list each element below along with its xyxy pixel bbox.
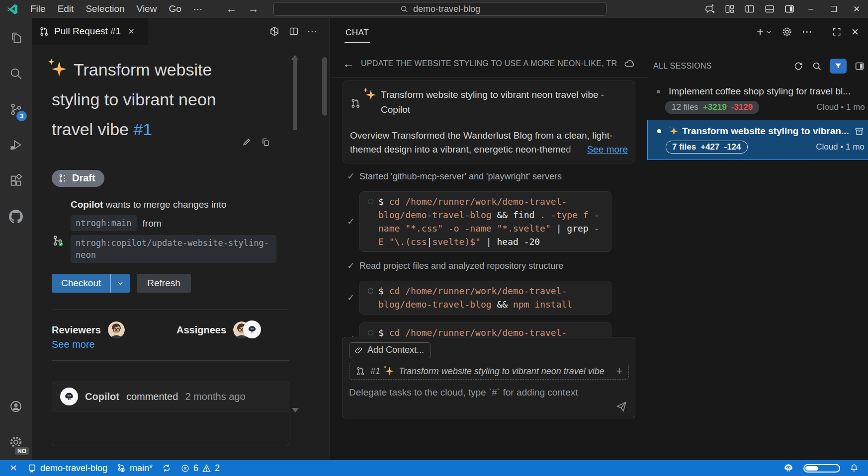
openai-icon[interactable] [268, 25, 280, 37]
checkout-dropdown-icon[interactable] [110, 274, 130, 293]
progress-indicator [803, 464, 840, 473]
search-view-icon[interactable] [4, 62, 28, 85]
cloud-icon [623, 58, 635, 70]
see-more-link[interactable]: See more [52, 339, 95, 350]
account-icon[interactable] [4, 395, 28, 418]
sparkles-icon [670, 127, 678, 136]
copilot-status-icon[interactable] [782, 462, 794, 474]
editor-scrollbar[interactable] [291, 47, 299, 412]
menu-edit[interactable]: Edit [52, 2, 80, 16]
chat-scrollbar-thumb[interactable] [322, 57, 327, 116]
pull-request-icon [350, 89, 361, 117]
message-card-title: Transform website styling to vibrant neo… [381, 87, 622, 117]
menu-view[interactable]: View [131, 2, 163, 16]
chat-input-placeholder[interactable]: Delegate tasks to the cloud, type `#` fo… [349, 387, 629, 398]
reviewer-avatar[interactable] [108, 321, 125, 338]
new-chat-button[interactable]: + [757, 27, 772, 37]
toggle-panel-icon[interactable] [760, 0, 780, 18]
github-icon[interactable] [4, 205, 28, 229]
see-more-link[interactable]: See more [563, 143, 628, 157]
diff-badge: 7 files +427 -124 [666, 141, 748, 154]
pr-author: Copilot [71, 199, 103, 210]
pr-number-link[interactable]: #1 [133, 120, 152, 139]
chat-input-box[interactable]: Add Context... #1 Transform website styl… [343, 337, 635, 418]
forward-arrow-icon[interactable]: → [248, 2, 259, 15]
toggle-panel-layout-icon[interactable] [854, 61, 865, 72]
refresh-button[interactable]: Refresh [137, 274, 191, 293]
remote-indicator[interactable] [4, 460, 23, 476]
chat-settings-gear-icon[interactable] [781, 26, 792, 37]
check-icon: ✓ [347, 260, 356, 272]
toggle-sidebar-left-icon[interactable] [740, 0, 760, 18]
status-bar: demo-travel-blog main* 6 2 [0, 460, 868, 476]
base-branch-chip[interactable]: ntrogh:main [71, 215, 137, 231]
terminal-command-block[interactable]: $ cd /home/runner/work/demo-travel-blog/… [359, 281, 611, 315]
sync-indicator[interactable] [157, 460, 176, 476]
editor-group: Pull Request #1 ✕ ⋯ Transform website st… [32, 18, 329, 460]
explorer-icon[interactable] [4, 26, 28, 50]
sessions-view: ALL SESSIONS [647, 46, 868, 460]
sync-icon [162, 463, 172, 473]
head-branch-chip[interactable]: ntrogh:copilot/update-website-styling-ne… [71, 235, 276, 263]
problems-indicator[interactable]: 6 2 [176, 460, 224, 476]
layout-customize-icon[interactable] [720, 0, 740, 18]
pull-request-icon [39, 26, 49, 37]
toggle-sidebar-right-icon[interactable] [780, 0, 799, 18]
scrollbar-thumb[interactable] [293, 57, 297, 130]
context-chip-pr[interactable]: #1 Transform website styling to vibrant … [349, 363, 629, 380]
send-icon[interactable] [615, 400, 628, 413]
terminal-command-block[interactable]: $ cd /home/runner/work/demo-travel-blog/… [359, 191, 611, 252]
chat-message-card[interactable]: Transform website styling to vibrant neo… [343, 80, 635, 163]
maximize-button[interactable] [822, 0, 845, 18]
search-icon[interactable] [811, 61, 822, 72]
paperclip-icon [354, 345, 363, 355]
edit-pencil-icon[interactable] [242, 137, 252, 147]
menu-selection[interactable]: Selection [80, 2, 130, 16]
close-window-button[interactable]: ✕ [845, 0, 868, 18]
branch-indicator[interactable]: main* [112, 460, 157, 476]
vscode-logo-icon [7, 3, 18, 14]
add-context-button[interactable]: Add Context... [349, 342, 431, 358]
comment-author: Copilot [85, 391, 119, 402]
split-editor-icon[interactable] [288, 26, 299, 37]
session-item-selected[interactable]: Transform website styling to vibran... 7… [647, 120, 868, 160]
filter-funnel-icon [834, 62, 843, 71]
copilot-assignee-avatar[interactable] [243, 320, 261, 338]
tab-chat[interactable]: CHAT [345, 20, 370, 43]
source-control-icon[interactable]: 3 [4, 97, 28, 121]
maximize-panel-icon[interactable] [832, 27, 842, 37]
notifications-bell-icon[interactable] [849, 463, 859, 473]
close-panel-icon[interactable]: ✕ [851, 26, 859, 38]
copy-icon[interactable] [260, 137, 270, 147]
pull-request-icon [355, 366, 365, 376]
chat-more-actions-icon[interactable]: ⋯ [802, 26, 812, 38]
tab-strip: Pull Request #1 ✕ ⋯ [32, 18, 329, 45]
error-icon [180, 464, 190, 473]
extensions-icon[interactable] [4, 169, 28, 193]
copilot-chat-icon[interactable] [700, 0, 720, 18]
menu-file[interactable]: File [25, 2, 51, 16]
back-arrow-icon[interactable]: ← [226, 2, 237, 15]
archive-icon[interactable] [854, 126, 865, 137]
run-debug-icon[interactable] [4, 133, 28, 157]
settings-gear-icon[interactable]: NO [4, 430, 28, 454]
menu-overflow-icon[interactable]: ⋯ [188, 2, 208, 16]
tab-pull-request[interactable]: Pull Request #1 ✕ [32, 18, 148, 45]
warning-icon [202, 464, 211, 473]
back-icon[interactable]: ← [343, 57, 354, 71]
pr-title: Transform website styling to vibrant neo… [52, 55, 255, 144]
filter-button[interactable] [830, 59, 847, 74]
command-center-search[interactable]: demo-travel-blog [273, 2, 607, 16]
menu-go[interactable]: Go [163, 2, 186, 16]
terminal-bullet-icon [368, 288, 373, 294]
repo-indicator[interactable]: demo-travel-blog [23, 460, 112, 476]
editor-more-actions-icon[interactable]: ⋯ [307, 25, 317, 37]
tab-close-icon[interactable]: ✕ [128, 27, 134, 36]
add-icon[interactable]: + [616, 365, 622, 378]
session-item[interactable]: Implement coffee shop styling for travel… [647, 80, 868, 120]
context-chip-number: #1 [370, 366, 380, 377]
refresh-icon[interactable] [793, 61, 804, 72]
session-dot-icon [657, 90, 660, 93]
minimize-button[interactable]: – [799, 0, 822, 18]
checkout-button[interactable]: Checkout [52, 274, 130, 293]
